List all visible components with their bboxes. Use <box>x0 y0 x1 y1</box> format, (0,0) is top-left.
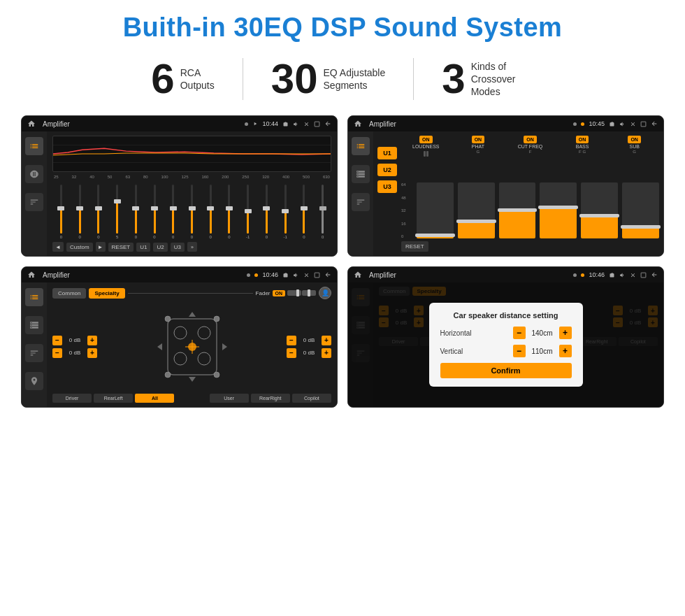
fader-btn-rearright[interactable]: RearRight <box>251 394 290 403</box>
camera-icon-4 <box>609 272 615 278</box>
fader-time: 10:46 <box>262 271 278 278</box>
screenshots-grid: Amplifier 10:44 <box>21 115 664 408</box>
eq-sidebar-btn-3[interactable] <box>25 193 43 211</box>
close-icon-3 <box>303 272 310 278</box>
fader-btn-user[interactable]: User <box>210 394 249 403</box>
eq-play-btn[interactable]: ► <box>96 242 106 252</box>
fader-sidebar-4[interactable] <box>25 372 43 390</box>
dialog-horizontal-minus[interactable]: − <box>513 327 526 339</box>
ch-bass: ON BASS F G <box>558 136 607 157</box>
fader-tab-common[interactable]: Common <box>52 288 86 299</box>
dialog-vertical-plus[interactable]: + <box>559 345 572 357</box>
eq-u2-btn[interactable]: U2 <box>153 243 167 252</box>
vol-minus-4[interactable]: − <box>287 348 296 358</box>
preset-u3[interactable]: U3 <box>377 180 397 193</box>
stats-row: 6 RCAOutputs 30 EQ AdjustableSegments 3 … <box>21 58 664 100</box>
fader-btn-copilot[interactable]: Copilot <box>292 394 331 403</box>
fader-sidebar-1[interactable] <box>25 288 43 306</box>
vol-plus-1[interactable]: + <box>87 336 97 345</box>
ch-loudness-on[interactable]: ON <box>419 136 433 143</box>
ch-bass-on[interactable]: ON <box>576 136 589 143</box>
rect-icon <box>314 121 320 127</box>
vol-plus-4[interactable]: + <box>322 348 331 358</box>
vol-row-4: − 0 dB + <box>287 348 331 358</box>
dialog-vertical-minus[interactable]: − <box>513 345 526 357</box>
svg-point-15 <box>214 316 219 322</box>
crossover-status-bar: Amplifier 10:45 <box>348 116 663 131</box>
eq-status-bar: Amplifier 10:44 <box>22 116 337 131</box>
camera-icon <box>282 121 289 127</box>
fader-sidebar-3[interactable] <box>25 344 43 362</box>
ch-phat-on[interactable]: ON <box>472 136 485 143</box>
fader-sidebar-2[interactable] <box>25 316 43 334</box>
rect-icon-3 <box>314 272 320 278</box>
vol-minus-2[interactable]: − <box>52 348 62 358</box>
eq-slider-14[interactable]: 0 <box>296 185 313 239</box>
cross-sidebar-2[interactable] <box>352 165 370 183</box>
ch-sub-on[interactable]: ON <box>628 136 641 143</box>
home-icon-3 <box>27 271 36 279</box>
crossover-presets: U1 U2 U3 <box>377 136 397 252</box>
eq-dot1 <box>245 122 248 126</box>
ch-slider-bass-f[interactable] <box>540 182 577 238</box>
eq-slider-11[interactable]: -1 <box>239 185 257 239</box>
ch-slider-cutfreq[interactable] <box>499 182 536 238</box>
eq-time: 10:44 <box>262 120 278 127</box>
ch-slider-bass-g[interactable] <box>581 182 618 238</box>
ch-sub: ON SUB G <box>610 136 659 157</box>
vol-plus-2[interactable]: + <box>87 348 97 358</box>
eq-screen-content: 2532405063 80100125160200 25032040050063… <box>22 131 337 256</box>
ch-slider-loudness[interactable] <box>417 182 454 238</box>
eq-slider-1[interactable]: 0 <box>52 185 70 239</box>
eq-slider-15[interactable]: 0 <box>314 185 331 239</box>
dialog-horizontal-plus[interactable]: + <box>559 327 572 339</box>
cross-sidebar-1[interactable] <box>352 137 370 155</box>
fader-tab-specialty[interactable]: Specialty <box>89 288 124 299</box>
fader-btn-rearleft[interactable]: RearLeft <box>94 394 133 403</box>
eq-more-btn[interactable]: » <box>187 242 197 252</box>
eq-slider-7[interactable]: 0 <box>164 185 182 239</box>
eq-slider-6[interactable]: 0 <box>146 185 164 239</box>
back-icon-4 <box>651 271 658 278</box>
eq-reset-btn[interactable]: RESET <box>108 243 134 252</box>
dialog-horizontal-control: − 140cm + <box>513 327 572 339</box>
preset-u1[interactable]: U1 <box>377 147 397 159</box>
eq-slider-9[interactable]: 0 <box>202 185 219 239</box>
confirm-button[interactable]: Confirm <box>440 363 572 378</box>
ch-slider-phat[interactable] <box>458 182 495 238</box>
vol-plus-3[interactable]: + <box>322 336 331 345</box>
fader-on-badge[interactable]: ON <box>273 290 286 296</box>
vol-minus-3[interactable]: − <box>287 336 296 345</box>
eq-slider-5[interactable]: 0 <box>127 185 145 239</box>
eq-slider-13[interactable]: -1 <box>277 185 294 239</box>
svg-rect-5 <box>315 273 319 278</box>
eq-u3-btn[interactable]: U3 <box>171 243 185 252</box>
fader-btn-all[interactable]: All <box>135 394 174 403</box>
preset-u2[interactable]: U2 <box>377 164 397 176</box>
ch-slider-sub[interactable] <box>622 182 659 238</box>
eq-prev-btn[interactable]: ◄ <box>52 242 64 252</box>
fader-btn-driver[interactable]: Driver <box>52 394 92 403</box>
home-icon <box>27 120 36 128</box>
channel-sliders: 64 48 32 16 0 <box>401 159 659 238</box>
eq-slider-12[interactable]: 0 <box>258 185 275 239</box>
cross-sidebar-3[interactable] <box>352 193 370 211</box>
eq-custom-label: Custom <box>66 243 93 252</box>
eq-slider-10[interactable]: 0 <box>221 185 238 239</box>
eq-sidebar-btn-1[interactable] <box>25 137 43 155</box>
eq-main-area: 2532405063 80100125160200 25032040050063… <box>47 131 337 256</box>
crossover-reset-btn[interactable]: RESET <box>401 241 428 252</box>
eq-slider-8[interactable]: 0 <box>183 185 201 239</box>
vol-minus-1[interactable]: − <box>52 336 62 345</box>
ch-loudness: ON LOUDNESS <box>401 136 451 157</box>
eq-sidebar-btn-2[interactable] <box>25 165 43 183</box>
distance-screen-card: Amplifier 10:46 <box>347 266 664 408</box>
eq-slider-2[interactable]: 0 <box>71 185 89 239</box>
fader-screen-content: Common Specialty Fader ON <box>22 282 337 407</box>
ch-cutfreq-on[interactable]: ON <box>524 136 537 143</box>
eq-u1-btn[interactable]: U1 <box>136 243 150 252</box>
profile-icon-1[interactable]: 👤 <box>319 287 331 299</box>
eq-slider-3[interactable]: 0 <box>89 185 107 239</box>
eq-slider-4[interactable]: 5 <box>108 185 126 239</box>
stat-crossover-number: 3 <box>442 58 465 100</box>
